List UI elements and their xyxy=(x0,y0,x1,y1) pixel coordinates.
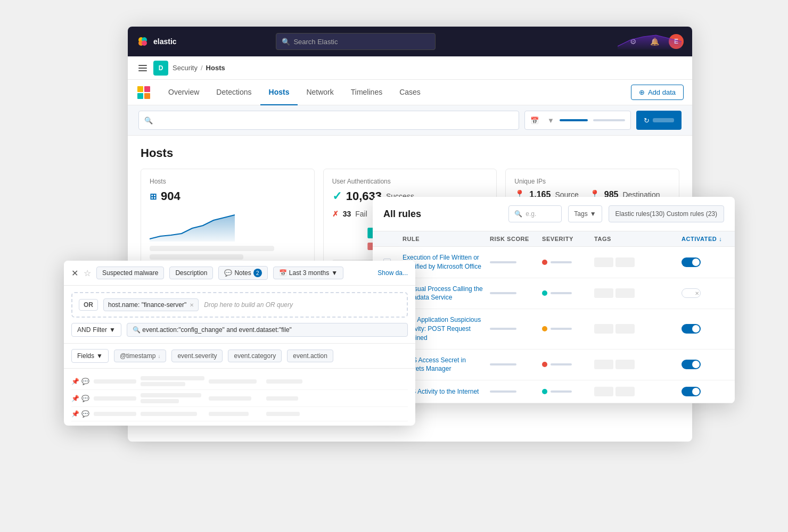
hosts-stat-label: Hosts xyxy=(150,178,306,185)
category-col: event.category xyxy=(228,350,282,362)
toggle-4[interactable] xyxy=(682,360,724,369)
svg-rect-4 xyxy=(137,86,143,92)
comment-icon[interactable]: 💬 xyxy=(81,410,89,418)
search-placeholder: Search Elastic xyxy=(293,38,338,46)
pin-icon[interactable]: 📌 xyxy=(71,395,79,402)
toggle-5[interactable] xyxy=(682,387,724,396)
toggle-1[interactable] xyxy=(682,257,724,267)
risk-score-1 xyxy=(490,261,538,263)
date-range: Last 3 months xyxy=(289,269,329,277)
comment-icon[interactable]: 💬 xyxy=(81,378,89,385)
toggle-3[interactable] xyxy=(682,324,724,334)
notes-count: 2 xyxy=(253,269,262,277)
svg-rect-5 xyxy=(144,86,150,92)
description-badge[interactable]: Description xyxy=(169,267,213,279)
tab-network[interactable]: Network xyxy=(298,80,342,105)
cell-timestamp xyxy=(94,412,136,416)
col-activated[interactable]: Activated ↓ xyxy=(682,236,724,242)
app-icon: D xyxy=(153,61,168,76)
and-filter-button[interactable]: AND Filter ▼ xyxy=(71,323,121,337)
elastic-logo-icon xyxy=(136,35,149,48)
rule-row: Execution of File Written or Modified by… xyxy=(373,247,735,278)
search-bar[interactable]: 🔍 Search Elastic xyxy=(276,33,436,50)
success-icon: ✓ xyxy=(332,189,342,203)
severity-5 xyxy=(542,389,590,394)
timestamp-col: @timestamp ↓ xyxy=(114,350,167,362)
grid-icon: ⊞ xyxy=(150,192,157,202)
toggle-2[interactable]: ✕ xyxy=(682,288,724,298)
chevron-down-icon: ▼ xyxy=(547,117,554,124)
query-header: ✕ ☆ Suspected malware Description 💬 Note… xyxy=(64,261,415,286)
toggle-off-x-icon: ✕ xyxy=(695,290,699,296)
hosts-chart xyxy=(150,210,306,242)
rules-table: Rule Risk score Severity Tags Activated … xyxy=(373,231,735,403)
pin-icon[interactable]: 📌 xyxy=(71,378,79,385)
risk-score-5 xyxy=(490,390,538,393)
rules-search[interactable]: 🔍 e.g. xyxy=(508,205,562,222)
hosts-placeholder xyxy=(150,246,306,260)
breadcrumb-separator: / xyxy=(201,64,203,72)
filter-search[interactable]: 🔍 xyxy=(138,111,519,130)
add-data-button[interactable]: ⊕ Add data xyxy=(631,85,684,100)
tags-3 xyxy=(594,324,677,334)
table-row: 📌 💬 xyxy=(71,390,408,407)
or-block: OR host.name: "finance-server" ✕ Drop he… xyxy=(71,292,408,318)
chevron-down-icon: ▼ xyxy=(590,210,596,218)
date-badge[interactable]: 📅 Last 3 months ▼ xyxy=(273,267,343,279)
breadcrumb-bar: D Security / Hosts xyxy=(128,56,692,80)
pin-icon[interactable]: 📌 xyxy=(71,410,79,418)
show-dates-link[interactable]: Show da... xyxy=(377,269,408,277)
notes-badge[interactable]: 💬 Notes 2 xyxy=(218,266,267,280)
date-picker[interactable]: 📅 ▼ xyxy=(524,111,631,130)
app-name: elastic xyxy=(153,37,177,46)
elastic-rules-badge: Elastic rules(130) Custom rules (23) xyxy=(609,205,724,222)
svg-point-3 xyxy=(142,40,147,46)
severity-col: event.severity xyxy=(171,350,223,362)
host-filter-remove[interactable]: ✕ xyxy=(190,302,194,308)
ips-stat-label: Unique IPs xyxy=(514,178,670,185)
rules-panel: All rules 🔍 e.g. Tags ▼ Elastic rules(13… xyxy=(373,197,735,403)
rule-row: AWS Access Secret in Secrets Manager xyxy=(373,350,735,381)
query-value: event.action:"config_change" and event.d… xyxy=(142,326,292,334)
query-icon: 🔍 xyxy=(133,326,141,334)
data-rows: 📌 💬 📌 💬 xyxy=(64,369,415,426)
severity-2 xyxy=(542,290,590,296)
hamburger-menu[interactable] xyxy=(136,63,149,73)
search-icon: 🔍 xyxy=(514,210,522,218)
severity-1 xyxy=(542,260,590,265)
tab-detections[interactable]: Detections xyxy=(208,80,260,105)
calendar-icon: 📅 xyxy=(279,269,287,277)
fields-button[interactable]: Fields ▼ xyxy=(71,349,109,363)
query-panel: ✕ ☆ Suspected malware Description 💬 Note… xyxy=(64,261,415,426)
col-rule: Rule xyxy=(403,236,486,242)
col-severity: Severity xyxy=(542,236,590,242)
breadcrumb-security[interactable]: Security xyxy=(173,64,198,72)
query-input[interactable]: 🔍 event.action:"config_change" and event… xyxy=(127,323,408,337)
tab-hosts[interactable]: Hosts xyxy=(260,80,298,105)
host-filter: host.name: "finance-server" ✕ xyxy=(103,298,199,311)
tab-cases[interactable]: Cases xyxy=(391,80,429,105)
add-icon: ⊕ xyxy=(639,88,645,96)
breadcrumb: Security / Hosts xyxy=(173,64,225,72)
notes-icon: 💬 xyxy=(224,269,232,277)
comment-icon[interactable]: 💬 xyxy=(81,395,89,402)
tags-button[interactable]: Tags ▼ xyxy=(568,205,602,222)
star-button[interactable]: ☆ xyxy=(84,268,91,278)
query-builder: OR host.name: "finance-server" ✕ Drop he… xyxy=(64,286,415,344)
row-actions-3: 📌 💬 xyxy=(71,410,89,418)
tags-2 xyxy=(594,288,677,298)
severity-3 xyxy=(542,326,590,331)
tags-1 xyxy=(594,257,677,267)
sort-arrow-icon[interactable]: ↓ xyxy=(158,353,160,359)
or-badge: OR xyxy=(79,299,98,311)
breadcrumb-hosts: Hosts xyxy=(206,64,225,72)
host-filter-value: host.name: "finance-server" xyxy=(108,301,186,309)
tab-overview[interactable]: Overview xyxy=(160,80,208,105)
close-button[interactable]: ✕ xyxy=(71,268,78,278)
hosts-stat-value: ⊞ 904 xyxy=(150,189,306,203)
rules-table-body: Execution of File Written or Modified by… xyxy=(373,247,735,403)
tab-timelines[interactable]: Timelines xyxy=(342,80,391,105)
refresh-button[interactable]: ↻ xyxy=(636,111,682,130)
tags-4 xyxy=(594,360,677,369)
svg-rect-7 xyxy=(144,93,150,99)
